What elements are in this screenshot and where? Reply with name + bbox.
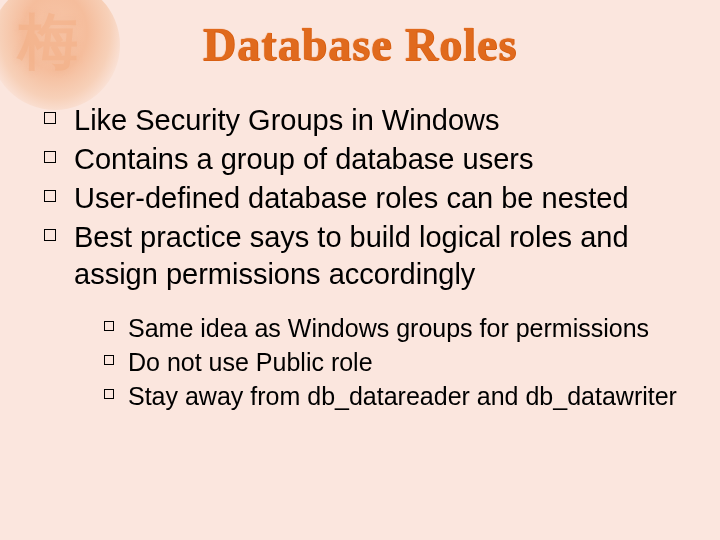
list-item: Contains a group of database users (38, 141, 690, 178)
bullet-list-lvl2: Same idea as Windows groups for permissi… (38, 312, 690, 412)
bullet-text: Do not use Public role (128, 348, 373, 376)
list-item: Like Security Groups in Windows (38, 102, 690, 139)
bullet-text: User-defined database roles can be neste… (74, 182, 629, 214)
list-item: Stay away from db_datareader and db_data… (100, 380, 690, 412)
bullet-text: Like Security Groups in Windows (74, 104, 500, 136)
bullet-list-lvl1: Like Security Groups in Windows Contains… (38, 102, 690, 294)
slide-body: Like Security Groups in Windows Contains… (38, 102, 690, 414)
list-item: Do not use Public role (100, 346, 690, 378)
list-item: Best practice says to build logical role… (38, 219, 690, 293)
slide-title: Database Roles (0, 18, 720, 71)
list-item: User-defined database roles can be neste… (38, 180, 690, 217)
bullet-text: Stay away from db_datareader and db_data… (128, 382, 677, 410)
slide: 梅 Database Roles Like Security Groups in… (0, 0, 720, 540)
list-item: Same idea as Windows groups for permissi… (100, 312, 690, 344)
bullet-text: Contains a group of database users (74, 143, 533, 175)
bullet-text: Same idea as Windows groups for permissi… (128, 314, 649, 342)
bullet-text: Best practice says to build logical role… (74, 221, 629, 290)
